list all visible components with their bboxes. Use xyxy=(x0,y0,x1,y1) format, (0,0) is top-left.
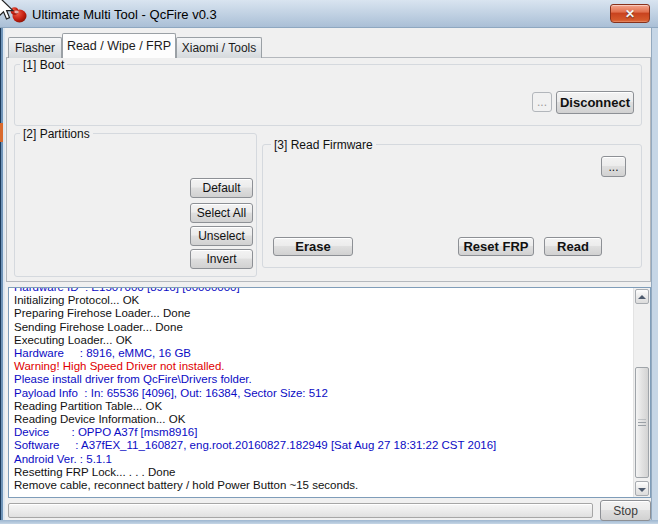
read-path-browse-button[interactable]: ... xyxy=(601,156,626,177)
tab-flasher[interactable]: Flasher xyxy=(8,37,62,58)
log-line: Hardware ID : E1507000 [8916] [00000000] xyxy=(14,287,632,294)
log-line: Hardware : 8916, eMMC, 16 GB xyxy=(14,347,632,360)
boot-browse-button[interactable]: ... xyxy=(532,92,552,112)
log-line: Reading Device Information... OK xyxy=(14,413,632,426)
select-all-button[interactable]: Select All xyxy=(190,203,253,223)
invert-button[interactable]: Invert xyxy=(190,249,253,269)
tab-read-wipe-frp[interactable]: Read / Wipe / FRP xyxy=(62,33,176,58)
close-icon: ✕ xyxy=(625,8,635,20)
background-window-sliver xyxy=(0,123,3,142)
log-lines: Hardware ID : E1507000 [8916] [00000000]… xyxy=(14,287,632,492)
scroll-down-button[interactable] xyxy=(635,481,649,496)
log-line: Android Ver. : 5.1.1 xyxy=(14,453,632,466)
stop-button[interactable]: Stop xyxy=(600,500,651,521)
log-line: Resetting FRP Lock... . . . Done xyxy=(14,466,632,479)
log-output[interactable]: Hardware ID : E1507000 [8916] [00000000]… xyxy=(8,287,651,498)
log-line: Software : A37fEX_11_160827, eng.root.20… xyxy=(14,439,632,452)
window-title: Ultimate Multi Tool - QcFire v0.3 xyxy=(32,0,217,28)
read-firmware-group-label: [3] Read Firmware xyxy=(271,138,376,152)
read-button[interactable]: Read xyxy=(544,237,602,256)
log-line: Preparing Firehose Loader... Done xyxy=(14,307,632,320)
arrow-up-icon xyxy=(638,295,646,299)
tab-xiaomi-tools[interactable]: Xiaomi / Tools xyxy=(176,37,262,58)
app-icon xyxy=(9,5,27,23)
log-line: Payload Info : In: 65536 [4096], Out: 16… xyxy=(14,387,632,400)
disconnect-button[interactable]: Disconnect xyxy=(556,91,634,114)
log-line: Executing Loader... OK xyxy=(14,334,632,347)
scroll-up-button[interactable] xyxy=(635,289,649,304)
partitions-group-label: [2] Partitions xyxy=(20,127,93,141)
title-bar[interactable]: Ultimate Multi Tool - QcFire v0.3 ✕ xyxy=(0,0,658,28)
close-button[interactable]: ✕ xyxy=(610,4,650,23)
window-border-bottom xyxy=(0,520,658,524)
log-line: Initializing Protocol... OK xyxy=(14,294,632,307)
log-scrollbar[interactable] xyxy=(633,288,650,497)
log-line: Warning! High Speed Driver not installed… xyxy=(14,360,632,373)
arrow-down-icon xyxy=(638,488,646,492)
default-button[interactable]: Default xyxy=(190,178,253,198)
log-line: Sending Firehose Loader... Done xyxy=(14,321,632,334)
window-border-right xyxy=(651,28,658,524)
boot-group-label: [1] Boot xyxy=(20,58,67,72)
log-line: Please install driver from QcFire\Driver… xyxy=(14,373,632,386)
erase-button[interactable]: Erase xyxy=(273,237,353,256)
scrollbar-thumb[interactable] xyxy=(635,367,649,478)
log-line: Reading Partition Table... OK xyxy=(14,400,632,413)
progress-bar xyxy=(8,503,593,518)
unselect-button[interactable]: Unselect xyxy=(190,226,253,246)
window-border-left xyxy=(0,28,5,524)
log-line: Device : OPPO A37f [msm8916] xyxy=(14,426,632,439)
reset-frp-button[interactable]: Reset FRP xyxy=(458,237,534,256)
log-line: Remove cable, reconnect battery / hold P… xyxy=(14,479,632,492)
app-window: Ultimate Multi Tool - QcFire v0.3 ✕ Flas… xyxy=(0,0,658,524)
